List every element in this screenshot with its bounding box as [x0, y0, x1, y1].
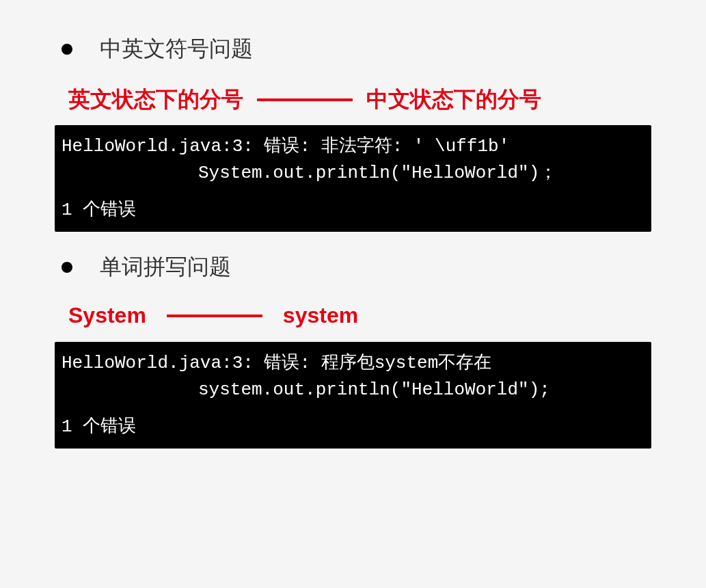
terminal-summary-line: 1 个错误	[62, 414, 644, 440]
terminal-error-line: HelloWorld.java:3: 错误: 非法字符: ' \uff1b'	[62, 133, 644, 160]
terminal-summary-line: 1 个错误	[62, 197, 644, 224]
terminal-code-line: system.out.println("HelloWorld");	[62, 377, 644, 403]
bullet-text-2: 单词拼写问题	[100, 252, 231, 282]
bullet-dot-icon	[62, 44, 72, 55]
red-divider-line	[257, 98, 353, 101]
red-divider-line	[167, 315, 262, 317]
bullet-text-1: 中英文符号问题	[100, 34, 253, 64]
chinese-semicolon-label: 中文状态下的分号	[366, 85, 541, 115]
bullet-item-1: 中英文符号问题	[62, 34, 665, 64]
terminal-error-line: HelloWorld.java:3: 错误: 程序包system不存在	[62, 350, 644, 377]
bullet-dot-icon	[62, 262, 72, 273]
system-lowercase-label: system	[283, 303, 358, 328]
terminal-output-2: HelloWorld.java:3: 错误: 程序包system不存在 syst…	[55, 342, 651, 449]
terminal-code-line: System.out.println("HelloWorld")；	[62, 160, 644, 187]
bullet-item-2: 单词拼写问题	[62, 252, 665, 282]
terminal-output-1: HelloWorld.java:3: 错误: 非法字符: ' \uff1b' S…	[55, 125, 651, 232]
comparison-row-2: System system	[68, 303, 665, 328]
english-semicolon-label: 英文状态下的分号	[68, 85, 243, 115]
system-capital-label: System	[68, 303, 146, 328]
comparison-row-1: 英文状态下的分号 中文状态下的分号	[68, 85, 665, 115]
